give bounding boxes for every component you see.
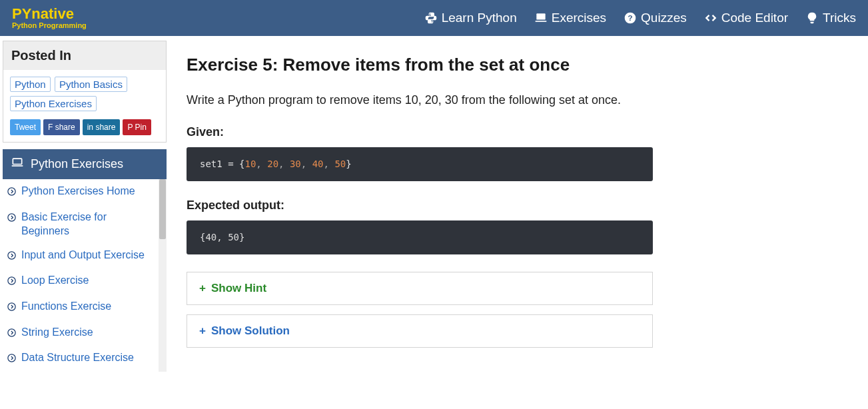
arrow-right-circle-icon (7, 186, 17, 201)
sidebar-item-label: Basic Exercise for Beginners (21, 210, 153, 238)
code-icon (704, 11, 717, 25)
exercise-title: Exercise 5: Remove items from the set at… (187, 55, 653, 75)
expected-code: {40, 50} (187, 220, 653, 254)
exercise-description: Write a Python program to remove items 1… (187, 91, 653, 109)
laptop-icon (11, 156, 24, 173)
svg-point-9 (8, 277, 15, 284)
sidebar-list: Python Exercises Home Basic Exercise for… (3, 179, 167, 372)
arrow-right-circle-icon (7, 352, 17, 367)
logo-subtext: Python Programming (12, 21, 87, 29)
sidebar-item-string[interactable]: String Exercise (3, 320, 157, 346)
svg-rect-4 (13, 159, 21, 164)
given-label: Given: (187, 125, 653, 139)
show-solution-button[interactable]: +Show Solution (187, 314, 653, 348)
hint-label: Show Hint (211, 282, 266, 294)
sidebar: Posted In Python Python Basics Python Ex… (0, 36, 167, 372)
plus-icon: + (199, 324, 206, 337)
nav-label: Code Editor (721, 11, 788, 25)
sidebar-item-label: Data Structure Exercise (21, 350, 134, 365)
svg-rect-0 (536, 13, 545, 19)
nav-label: Learn Python (442, 11, 517, 25)
share-row: Tweet F share in share P Pin (3, 119, 166, 142)
show-hint-button[interactable]: +Show Hint (187, 272, 653, 305)
nav-learn-python[interactable]: Learn Python (424, 11, 517, 25)
sidebar-item-home[interactable]: Python Exercises Home (3, 179, 157, 205)
tag-python[interactable]: Python (10, 77, 51, 92)
posted-tags: Python Python Basics Python Exercises (3, 70, 166, 119)
question-icon: ? (624, 11, 637, 25)
sidebar-title: Python Exercises (3, 149, 167, 179)
share-facebook-button[interactable]: F share (43, 119, 80, 135)
scrollbar-track[interactable] (159, 179, 167, 372)
solution-label: Show Solution (211, 324, 290, 337)
sidebar-item-label: Python Exercises Home (21, 184, 135, 199)
nav-label: Exercises (552, 11, 606, 25)
svg-point-12 (8, 354, 15, 362)
arrow-right-circle-icon (7, 212, 17, 226)
tag-python-basics[interactable]: Python Basics (55, 77, 127, 92)
arrow-right-circle-icon (7, 301, 17, 316)
nav-exercises[interactable]: Exercises (534, 11, 606, 25)
arrow-right-circle-icon (7, 250, 17, 264)
svg-point-8 (8, 252, 15, 259)
python-icon (424, 11, 438, 25)
posted-in-title: Posted In (3, 41, 166, 70)
svg-point-7 (8, 213, 15, 220)
sidebar-title-label: Python Exercises (31, 157, 123, 171)
given-code: set1 = {10, 20, 30, 40, 50} (187, 147, 653, 181)
svg-rect-1 (535, 21, 546, 22)
arrow-right-circle-icon (7, 275, 17, 290)
sidebar-item-label: Loop Exercise (21, 273, 89, 288)
nav-code-editor[interactable]: Code Editor (704, 11, 788, 25)
top-header: PYnative Python Programming Learn Python… (0, 0, 868, 36)
share-pinterest-button[interactable]: P Pin (123, 119, 151, 135)
svg-point-10 (8, 303, 15, 310)
sidebar-item-io[interactable]: Input and Output Exercise (3, 243, 157, 269)
tag-python-exercises[interactable]: Python Exercises (10, 96, 97, 111)
sidebar-item-data-structure[interactable]: Data Structure Exercise (3, 346, 157, 372)
svg-text:?: ? (628, 13, 633, 22)
sidebar-item-basic[interactable]: Basic Exercise for Beginners (3, 205, 157, 243)
laptop-icon (534, 11, 548, 25)
sidebar-item-label: Input and Output Exercise (21, 248, 145, 262)
svg-point-11 (8, 328, 15, 336)
nav-label: Tricks (823, 11, 856, 25)
sidebar-item-functions[interactable]: Functions Exercise (3, 294, 157, 320)
posted-in-box: Posted In Python Python Basics Python Ex… (3, 41, 167, 143)
share-tweet-button[interactable]: Tweet (10, 119, 41, 135)
scrollbar-thumb[interactable] (159, 179, 166, 239)
nav-tricks[interactable]: Tricks (805, 11, 856, 25)
svg-point-6 (8, 188, 15, 195)
sidebar-item-label: String Exercise (21, 325, 93, 340)
sidebar-item-label: Functions Exercise (21, 299, 111, 314)
nav-quizzes[interactable]: ? Quizzes (624, 11, 687, 25)
header-nav: Learn Python Exercises ? Quizzes Code Ed… (424, 11, 856, 25)
bulb-icon (805, 11, 819, 25)
sidebar-item-loop[interactable]: Loop Exercise (3, 268, 157, 294)
main-content: Exercise 5: Remove items from the set at… (167, 36, 673, 372)
nav-label: Quizzes (641, 11, 687, 25)
logo[interactable]: PYnative Python Programming (12, 7, 87, 29)
expected-label: Expected output: (187, 199, 653, 212)
plus-icon: + (199, 282, 206, 294)
arrow-right-circle-icon (7, 327, 17, 342)
share-linkedin-button[interactable]: in share (83, 119, 121, 135)
logo-text: PYnative (12, 7, 87, 21)
